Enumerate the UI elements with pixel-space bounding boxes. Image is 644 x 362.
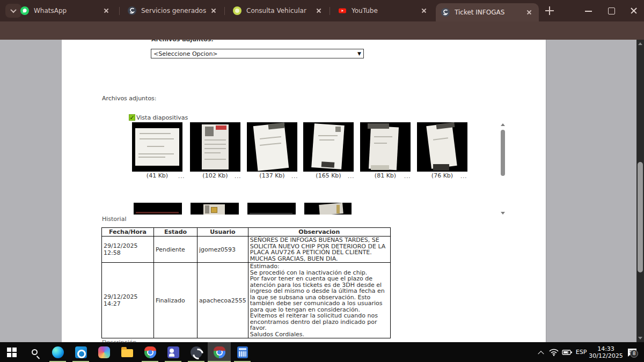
taskbar-chrome-active[interactable] <box>208 342 231 362</box>
cell-usuario: jgomez0593 <box>197 237 248 263</box>
browser-tab-bar: WhatsApp Servicios generados Consulta Ve… <box>0 0 644 21</box>
outlook-icon <box>75 346 87 358</box>
search-icon <box>32 349 38 355</box>
close-window-button[interactable] <box>628 5 640 16</box>
attachment-menu-link[interactable]: ... <box>460 173 467 179</box>
taskbar-teams[interactable] <box>162 342 185 362</box>
browser-toolbar: sccasos.sistemainfogas.com.pe/AdmCaso.as… <box>0 21 644 40</box>
table-row: 29/12/2025 12:58 Pendiente jgomez0593 SE… <box>102 237 391 263</box>
attachment-size: (102 Kb) <box>190 172 240 179</box>
attachment-thumbnail[interactable] <box>303 122 354 172</box>
browser-scrollbar[interactable] <box>636 40 644 342</box>
taskbar-calculator[interactable] <box>231 342 254 362</box>
col-header-observacion: Observacion <box>248 228 390 237</box>
attachment-menu-link[interactable]: ... <box>235 173 241 179</box>
cell-usuario: apachecoa2555 <box>197 263 248 338</box>
tab-close-icon[interactable] <box>102 6 111 15</box>
consulta-vehicular-icon <box>233 6 241 15</box>
slideshow-checkbox[interactable]: ✓ <box>129 114 135 121</box>
attachment-size: (137 Kb) <box>247 172 297 179</box>
infogas-swirl-icon <box>441 8 450 17</box>
cell-fecha: 29/12/2025 14:27 <box>102 263 154 338</box>
attachments-dropdown[interactable]: <Seleccione Opcion> ▼ <box>151 49 364 58</box>
scroll-down-icon[interactable] <box>501 212 505 215</box>
attachments-section-label: Archivos adjuntos: <box>102 95 157 102</box>
slideshow-checkbox-label: Vista diapositivas <box>136 114 188 121</box>
attachment-thumbnail[interactable] <box>132 122 182 172</box>
tab-close-icon[interactable] <box>525 8 533 17</box>
attachment-thumbnail[interactable] <box>247 122 297 172</box>
cell-estado: Pendiente <box>154 237 197 263</box>
tab-consulta-vehicular[interactable]: Consulta Vehicular <box>228 0 328 21</box>
attachment-menu-link[interactable]: ... <box>348 173 355 179</box>
taskbar-chrome[interactable] <box>138 342 162 362</box>
taskbar-outlook[interactable] <box>69 342 92 362</box>
tray-expand-button[interactable] <box>536 342 546 362</box>
taskbar-file-explorer[interactable] <box>115 342 138 362</box>
tab-servicios-generados[interactable]: Servicios generados <box>122 0 223 21</box>
attachment-size: (76 Kb) <box>417 172 467 179</box>
chevron-down-icon: ▼ <box>357 51 361 56</box>
tab-close-icon[interactable] <box>420 6 428 15</box>
historial-label: Historial <box>102 216 126 223</box>
cell-observacion: SEÑORES DE INFOGAS BUENAS TARDES, SE SOL… <box>248 237 390 263</box>
taskbar-copilot[interactable] <box>92 342 115 362</box>
notification-center-button[interactable]: 8 <box>623 342 642 362</box>
cell-estado: Finalizado <box>154 263 197 338</box>
tab-close-icon[interactable] <box>209 6 218 15</box>
attachment-size: (41 Kb) <box>132 172 182 179</box>
attachment-size: (165 Kb) <box>303 172 354 179</box>
cell-observacion: Estimado: Se procedió con la inactivació… <box>248 263 390 338</box>
tray-date: 30/12/2025 <box>589 352 623 359</box>
chrome-icon <box>214 346 225 358</box>
attachment-thumbnail[interactable] <box>360 122 411 172</box>
maximize-restore-button[interactable] <box>605 5 617 16</box>
attachment-menu-link[interactable]: ... <box>404 173 411 179</box>
tab-ticket-infogas-active[interactable]: Ticket INFOGAS <box>436 3 539 21</box>
youtube-icon <box>338 6 347 15</box>
scrollbar-thumb[interactable] <box>501 130 505 176</box>
tab-separator <box>330 7 330 15</box>
tab-title: Ticket INFOGAS <box>455 9 525 16</box>
cell-fecha: 29/12/2025 12:58 <box>102 237 154 263</box>
calculator-icon <box>237 346 248 358</box>
attachment-thumbnail[interactable] <box>134 203 182 215</box>
taskbar-search-button[interactable] <box>23 342 46 362</box>
scroll-up-icon[interactable] <box>501 123 505 126</box>
col-header-fecha: Fecha/Hora <box>102 228 154 237</box>
attachment-thumbnail[interactable] <box>304 203 352 215</box>
table-row: 29/12/2025 14:27 Finalizado apachecoa255… <box>102 263 391 338</box>
minimize-button[interactable] <box>583 5 595 16</box>
attachment-thumbnail[interactable] <box>191 203 239 215</box>
attachment-thumbnail[interactable] <box>190 122 240 172</box>
windows-logo-icon <box>7 348 11 352</box>
tab-close-icon[interactable] <box>314 6 323 15</box>
edge-icon <box>52 346 64 358</box>
tab-title: Consulta Vehicular <box>246 7 314 14</box>
attachment-thumbnail[interactable] <box>247 203 296 215</box>
start-button[interactable] <box>0 342 23 362</box>
taskbar-clock[interactable]: 14:33 30/12/2025 <box>589 342 623 362</box>
folder-icon <box>121 349 133 357</box>
wifi-icon[interactable] <box>547 342 560 362</box>
attachment-size: (81 Kb) <box>360 172 411 179</box>
scroll-down-icon[interactable] <box>638 337 642 339</box>
tab-whatsapp[interactable]: WhatsApp <box>15 0 116 21</box>
attachment-menu-link[interactable]: ... <box>291 173 298 179</box>
language-indicator[interactable]: ESP <box>573 342 589 362</box>
scrollbar-thumb[interactable] <box>638 162 643 272</box>
windows-taskbar: ESP 14:33 30/12/2025 8 <box>0 342 644 362</box>
battery-icon[interactable] <box>560 342 574 362</box>
tab-youtube[interactable]: YouTube <box>333 0 434 21</box>
attachments-select-label-clipped: Archivos adjuntos: <box>151 40 214 43</box>
page-viewport: Archivos adjuntos: <Seleccione Opcion> ▼… <box>0 40 644 342</box>
scroll-up-icon[interactable] <box>638 42 642 45</box>
taskbar-infogas-app[interactable] <box>185 342 208 362</box>
attachment-thumbnail[interactable] <box>417 122 467 172</box>
attachments-scrollbar[interactable] <box>499 123 507 215</box>
infogas-swirl-icon <box>191 346 202 358</box>
taskbar-edge[interactable] <box>46 342 69 362</box>
new-tab-button[interactable] <box>545 6 554 15</box>
copilot-icon <box>98 346 110 358</box>
attachment-menu-link[interactable]: ... <box>178 173 185 179</box>
